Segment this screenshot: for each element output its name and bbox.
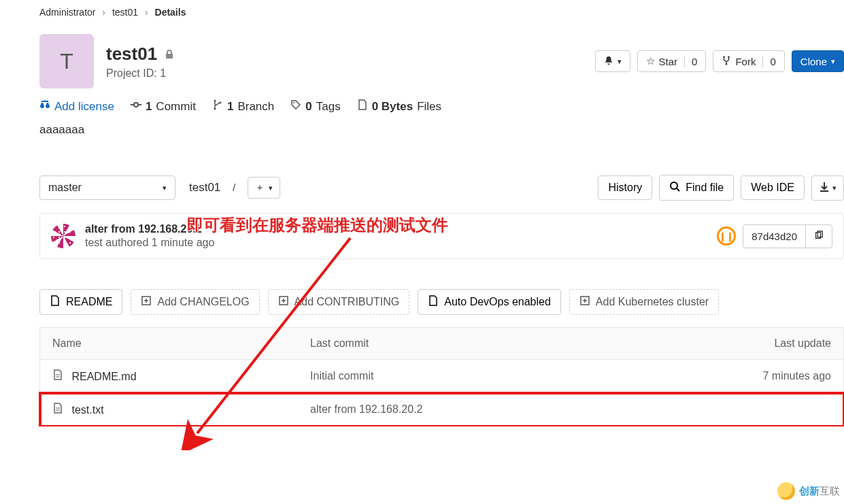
chevron-down-icon: ▾ — [832, 184, 837, 192]
svg-point-8 — [219, 102, 221, 104]
svg-point-7 — [214, 108, 216, 110]
add-file-button[interactable]: ＋ ▾ — [248, 177, 280, 199]
file-icon — [52, 404, 63, 416]
commit-author-line: test authored 1 minute ago — [85, 237, 214, 249]
commit-sha[interactable]: 87d43d20 — [743, 224, 832, 248]
table-row[interactable]: test.txt alter from 192.168.20.2 — [40, 393, 844, 426]
project-description: aaaaaaa — [39, 123, 844, 137]
tag-icon — [290, 99, 301, 114]
project-stats: Add license 1 Commit 1 Branch 0 Tags 0 B… — [39, 99, 844, 114]
svg-point-0 — [724, 56, 726, 58]
download-button[interactable]: ▾ — [811, 175, 844, 201]
tags-link[interactable]: 0 Tags — [290, 99, 340, 114]
copy-icon[interactable] — [805, 225, 832, 248]
chevron-right-icon: › — [145, 7, 148, 18]
breadcrumb-item-current: Details — [155, 7, 186, 18]
history-button[interactable]: History — [598, 175, 652, 200]
col-name: Name — [40, 328, 299, 360]
path-root[interactable]: test01 — [189, 181, 220, 195]
chevron-down-icon: ▾ — [163, 184, 167, 192]
fork-icon — [722, 56, 731, 67]
auto-devops-button[interactable]: Auto DevOps enabled — [418, 289, 561, 315]
add-kubernetes-button[interactable]: Add Kubernetes cluster — [569, 289, 719, 315]
files-link[interactable]: 0 Bytes Files — [357, 99, 441, 114]
commits-link[interactable]: 1 Commit — [131, 99, 196, 114]
avatar — [51, 224, 75, 248]
chevron-down-icon: ▾ — [831, 57, 835, 66]
path-separator: / — [233, 182, 235, 193]
commit-icon — [131, 99, 141, 114]
download-icon — [819, 182, 830, 195]
add-changelog-button[interactable]: Add CHANGELOG — [131, 289, 259, 315]
project-action-buttons: README Add CHANGELOG Add CONTRIBUTING Au… — [39, 289, 844, 315]
branches-link[interactable]: 1 Branch — [212, 99, 274, 114]
project-header: T test01 Project ID: 1 ▾ ☆ Star 0 Fork 0… — [39, 34, 844, 88]
plus-icon: ＋ — [255, 182, 265, 194]
plus-square-icon — [579, 295, 590, 309]
file-toolbar: master ▾ test01 / ＋ ▾ History Find file … — [39, 175, 844, 201]
svg-point-9 — [293, 102, 294, 103]
file-icon — [50, 295, 61, 309]
svg-point-10 — [671, 182, 677, 189]
page-title: test01 — [106, 44, 175, 65]
star-button[interactable]: ☆ Star 0 — [637, 50, 707, 72]
file-icon — [52, 371, 63, 382]
file-name[interactable]: test.txt — [71, 404, 103, 416]
file-icon — [357, 99, 368, 114]
breadcrumb: Administrator › test01 › Details — [39, 7, 844, 18]
file-commit[interactable]: Initial commit — [298, 360, 623, 393]
table-row[interactable]: README.md Initial commit 7 minutes ago — [40, 360, 844, 393]
add-contributing-button[interactable]: Add CONTRIBUTING — [268, 289, 410, 315]
project-id: Project ID: 1 — [106, 67, 175, 80]
plus-square-icon — [141, 295, 152, 309]
scale-icon — [39, 99, 50, 114]
svg-line-11 — [677, 188, 679, 191]
clone-button[interactable]: Clone ▾ — [792, 50, 844, 72]
fork-count: 0 — [762, 56, 775, 67]
add-license-link[interactable]: Add license — [39, 99, 114, 114]
star-icon: ☆ — [646, 55, 655, 67]
file-icon — [428, 295, 439, 309]
branch-selector[interactable]: master ▾ — [39, 175, 175, 200]
file-table: Name Last commit Last update README.md I… — [39, 327, 844, 426]
lock-icon — [164, 44, 175, 65]
commit-message[interactable]: alter from 192.168.20.2 — [85, 223, 214, 235]
col-last-update: Last update — [623, 328, 844, 360]
svg-point-2 — [726, 63, 728, 65]
bell-icon — [604, 56, 613, 67]
pipeline-pause-icon[interactable]: ❙❙ — [717, 226, 736, 246]
col-last-commit: Last commit — [298, 328, 623, 360]
chevron-down-icon: ▾ — [618, 57, 622, 66]
svg-point-1 — [728, 56, 730, 58]
notification-button[interactable]: ▾ — [595, 50, 630, 72]
readme-button[interactable]: README — [39, 289, 122, 315]
plus-square-icon — [278, 295, 289, 309]
file-update — [623, 393, 844, 426]
branch-icon — [212, 99, 223, 114]
svg-point-3 — [134, 103, 138, 107]
find-file-button[interactable]: Find file — [659, 175, 734, 201]
star-count: 0 — [684, 56, 697, 67]
chevron-right-icon: › — [102, 7, 105, 18]
search-icon — [669, 181, 680, 195]
fork-button[interactable]: Fork 0 — [713, 50, 784, 72]
breadcrumb-item[interactable]: test01 — [112, 7, 138, 18]
svg-point-6 — [214, 100, 216, 102]
chevron-down-icon: ▾ — [269, 184, 273, 192]
project-avatar: T — [39, 34, 94, 88]
web-ide-button[interactable]: Web IDE — [741, 175, 805, 200]
file-name[interactable]: README.md — [71, 371, 136, 382]
file-update: 7 minutes ago — [623, 360, 844, 393]
last-commit: alter from 192.168.20.2 test authored 1 … — [39, 213, 844, 259]
breadcrumb-item[interactable]: Administrator — [39, 7, 95, 18]
file-commit[interactable]: alter from 192.168.20.2 — [298, 393, 623, 426]
